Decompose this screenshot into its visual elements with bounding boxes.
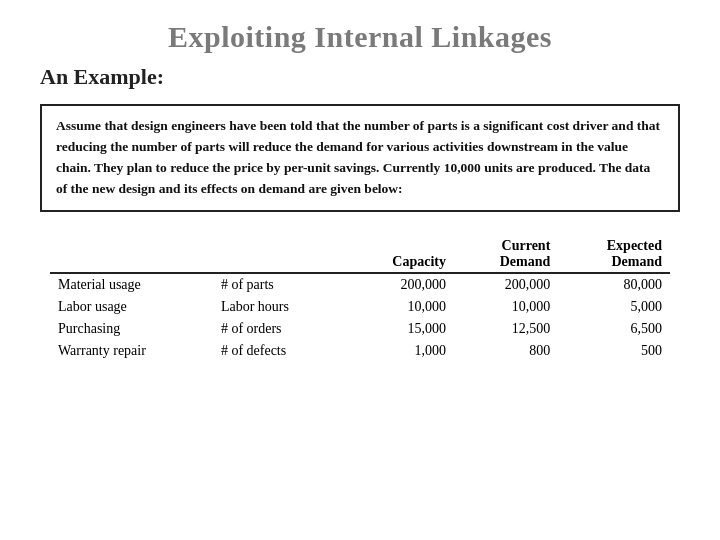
cell-cost-driver: # of defects — [213, 340, 345, 362]
col-header-current-demand: CurrentDemand — [454, 236, 558, 273]
cell-cost-driver: # of orders — [213, 318, 345, 340]
cell-capacity: 200,000 — [345, 273, 454, 296]
cell-expected-demand: 6,500 — [558, 318, 670, 340]
table-row: Warranty repair# of defects1,000800500 — [50, 340, 670, 362]
col-header-activity — [50, 236, 213, 273]
cell-expected-demand: 80,000 — [558, 273, 670, 296]
cell-cost-driver: Labor hours — [213, 296, 345, 318]
col-header-capacity: Capacity — [345, 236, 454, 273]
cell-activity: Purchasing — [50, 318, 213, 340]
cell-capacity: 1,000 — [345, 340, 454, 362]
col-header-expected-demand: ExpectedDemand — [558, 236, 670, 273]
cell-activity: Material usage — [50, 273, 213, 296]
description-text: Assume that design engineers have been t… — [56, 118, 660, 196]
cell-current-demand: 800 — [454, 340, 558, 362]
cell-expected-demand: 500 — [558, 340, 670, 362]
cell-cost-driver: # of parts — [213, 273, 345, 296]
main-title: Exploiting Internal Linkages — [40, 20, 680, 54]
cell-capacity: 15,000 — [345, 318, 454, 340]
cell-current-demand: 10,000 — [454, 296, 558, 318]
table-row: Labor usageLabor hours10,00010,0005,000 — [50, 296, 670, 318]
col-header-cost-driver — [213, 236, 345, 273]
table-header-row: Capacity CurrentDemand ExpectedDemand — [50, 236, 670, 273]
subtitle: An Example: — [40, 64, 680, 90]
table-body: Material usage# of parts200,000200,00080… — [50, 273, 670, 362]
cell-activity: Warranty repair — [50, 340, 213, 362]
cell-capacity: 10,000 — [345, 296, 454, 318]
cell-current-demand: 200,000 — [454, 273, 558, 296]
description-box: Assume that design engineers have been t… — [40, 104, 680, 212]
cell-current-demand: 12,500 — [454, 318, 558, 340]
table-row: Purchasing# of orders15,00012,5006,500 — [50, 318, 670, 340]
data-table: Capacity CurrentDemand ExpectedDemand Ma… — [50, 236, 670, 362]
table-row: Material usage# of parts200,000200,00080… — [50, 273, 670, 296]
cell-expected-demand: 5,000 — [558, 296, 670, 318]
cell-activity: Labor usage — [50, 296, 213, 318]
table-section: Capacity CurrentDemand ExpectedDemand Ma… — [40, 236, 680, 362]
page: Exploiting Internal Linkages An Example:… — [0, 0, 720, 540]
